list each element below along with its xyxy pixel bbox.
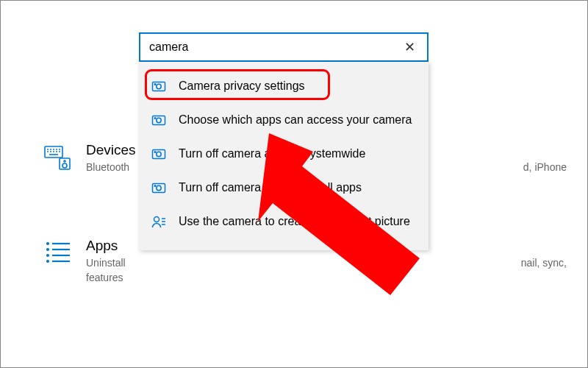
category-subtitle: Uninstall [86,257,126,269]
suggestion-choose-apps[interactable]: Choose which apps can access your camera [139,103,429,137]
svg-point-19 [47,255,49,256]
suggestion-turn-off-systemwide[interactable]: Turn off camera access systemwide [139,137,429,171]
clear-search-icon[interactable]: ✕ [400,36,420,58]
suggestion-camera-privacy[interactable]: Camera privacy settings [139,69,429,103]
category-title: Devices [86,142,136,158]
svg-point-21 [47,261,49,262]
camera-icon [151,146,167,162]
svg-point-33 [157,185,161,190]
svg-point-27 [157,118,161,122]
suggestion-label: Use the camera to create an account pict… [179,215,410,228]
svg-point-30 [157,152,161,156]
category-devices[interactable]: Devices Bluetooth [43,142,136,174]
bg-text-fragment: nail, sync, [521,257,567,269]
camera-icon [151,78,167,94]
keyboard-speaker-icon [43,142,73,174]
settings-search-box[interactable]: ✕ [139,32,429,62]
category-subtitle: features [86,272,126,283]
suggestion-label: Camera privacy settings [179,79,305,93]
svg-point-25 [154,84,156,85]
camera-icon [151,180,167,196]
suggestion-label: Choose which apps can access your camera [179,113,412,127]
suggestion-label: Turn off camera access systemwide [179,147,365,160]
category-subtitle: Bluetooth [86,161,136,173]
svg-point-13 [64,160,65,162]
search-suggestions-dropdown: Camera privacy settings Choose which app… [139,62,429,250]
category-apps[interactable]: Apps Uninstall features [43,238,126,283]
svg-point-17 [47,249,49,250]
camera-icon [151,112,167,128]
suggestion-turn-off-all-apps[interactable]: Turn off camera access for all apps [139,171,429,205]
svg-point-14 [62,163,67,168]
search-input[interactable] [149,40,400,54]
suggestion-account-picture[interactable]: Use the camera to create an account pict… [139,205,429,238]
svg-point-28 [154,118,156,119]
bg-text-fragment: d, iPhone [523,161,567,173]
svg-point-15 [47,243,49,244]
person-icon [151,213,167,230]
category-title: Apps [86,238,126,254]
suggestion-label: Turn off camera access for all apps [179,181,362,194]
list-icon [43,238,73,270]
svg-point-34 [154,185,156,187]
svg-point-24 [157,84,161,88]
svg-point-31 [154,152,156,153]
svg-point-35 [154,217,159,222]
